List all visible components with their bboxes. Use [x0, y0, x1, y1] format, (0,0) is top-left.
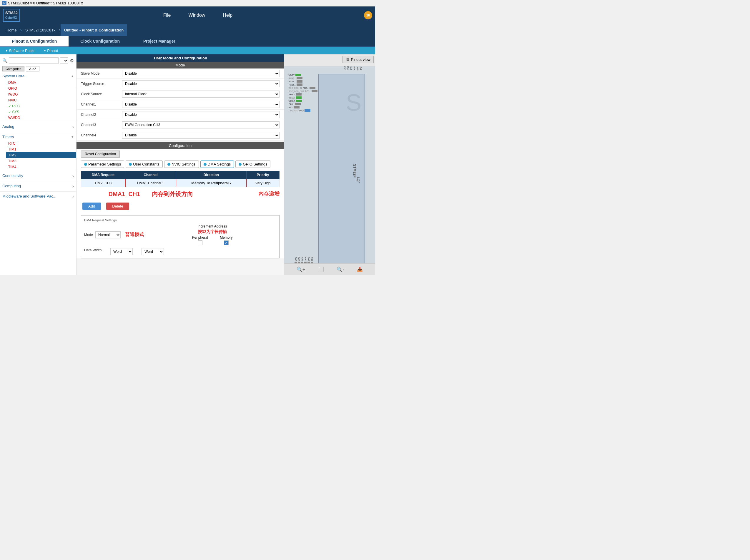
channel3-select-wrap: PWM Generation CH3	[122, 121, 279, 128]
channel2-select-wrap: Disable	[122, 111, 279, 118]
sidebar-item-dma[interactable]: DMA	[6, 80, 76, 86]
add-button[interactable]: Add	[82, 203, 101, 210]
title-bar: M STM32CubeMX Untitled*: STM32F103C8Tx	[0, 0, 375, 6]
tab-nvic-settings[interactable]: NVIC Settings	[164, 161, 199, 168]
bottom-toolbar: 🔍+ ⬜ 🔍- 📤	[284, 263, 375, 275]
pinout-view-label: Pinout view	[351, 57, 371, 62]
sidebar-item-tim3[interactable]: TIM3	[6, 158, 76, 164]
reset-config-button[interactable]: Reset Configuration	[81, 150, 120, 158]
dma-table: DMA Request Channel Direction Priority T…	[81, 171, 279, 187]
sidebar-item-wwdg[interactable]: WWDG	[6, 115, 76, 121]
memory-checkbox[interactable]: ✓	[224, 241, 229, 245]
dma-col-direction: Direction	[176, 171, 246, 179]
sidebar-divider-5	[0, 191, 76, 192]
dot-icon-2	[129, 163, 132, 166]
action-buttons: Add Delete	[77, 200, 284, 213]
tab-parameter-settings[interactable]: Parameter Settings	[81, 161, 124, 168]
sidebar-item-rcc[interactable]: RCC	[6, 103, 76, 109]
chevron-up-icon: ▲	[71, 75, 74, 78]
breadcrumb-chip[interactable]: STM32F103C8Tx	[22, 24, 59, 36]
sub-tab-pinout[interactable]: ▾ Pinout	[44, 48, 58, 53]
search-input[interactable]	[9, 57, 59, 64]
sidebar-item-gpio[interactable]: GPIO	[6, 86, 76, 91]
pin-vdda: VDDA	[289, 100, 318, 102]
dma-col-priority: Priority	[246, 171, 279, 179]
trigger-source-select-wrap: Disable	[122, 80, 279, 87]
cat-tab-categories[interactable]: Categories	[2, 66, 24, 71]
sidebar-item-tim4[interactable]: TIM4	[6, 164, 76, 170]
logo-box: STM32CubeMX	[3, 9, 20, 21]
tab-dma-settings[interactable]: DMA Settings	[200, 161, 234, 168]
gear-icon[interactable]: ⚙	[70, 58, 74, 63]
memory-width-select[interactable]: Word	[141, 248, 164, 255]
clock-source-select[interactable]: Internal Clock	[122, 90, 279, 98]
data-width-label: Data Width	[84, 248, 101, 255]
trigger-source-select[interactable]: Disable	[122, 80, 279, 87]
dma-priority-cell: Very High	[246, 179, 279, 187]
delete-button[interactable]: Delete	[106, 203, 129, 210]
export-button[interactable]: 📤	[357, 267, 363, 272]
channel4-select[interactable]: Disable	[122, 132, 279, 139]
channel1-select[interactable]: Disable	[122, 101, 279, 108]
sub-tab-software[interactable]: ▾ Software Packs	[6, 48, 35, 53]
pin-vdd: VDD	[343, 66, 346, 70]
menu-right: 10	[364, 11, 372, 19]
clock-source-select-wrap: Internal Clock	[122, 90, 279, 98]
breadcrumb-home[interactable]: Home	[3, 24, 20, 36]
sidebar-computing[interactable]: Computing ›	[0, 182, 76, 190]
menu-window[interactable]: Window	[188, 13, 205, 18]
sidebar-timers[interactable]: Timers ▼	[0, 133, 76, 141]
sidebar-divider-3	[0, 171, 76, 171]
pin-pc14: PC14..	[289, 80, 318, 83]
peripheral-width-select[interactable]: Word	[110, 248, 133, 255]
right-panel: 🖥 Pinout view VDD VSS	[284, 55, 375, 275]
menu-help[interactable]: Help	[223, 13, 233, 18]
pin-pd0-rcc: RCC_OSC_IN PD0..	[289, 87, 318, 89]
tab-user-constants[interactable]: User Constants	[126, 161, 163, 168]
channel2-select[interactable]: Disable	[122, 111, 279, 118]
pinout-view-btn[interactable]: 🖥 Pinout view	[342, 56, 374, 63]
sidebar-item-sys[interactable]: SYS	[6, 109, 76, 115]
sidebar-middleware[interactable]: Middleware and Software Pac... ›	[0, 192, 76, 201]
sidebar-divider-1	[0, 122, 76, 122]
pinout-icon: 🖥	[346, 57, 350, 62]
sidebar-analog[interactable]: Analog ›	[0, 123, 76, 131]
sidebar-item-tim1[interactable]: TIM1	[6, 146, 76, 152]
sidebar-item-tim2[interactable]: TIM2	[6, 152, 76, 158]
sidebar-item-nvic[interactable]: NVIC	[6, 97, 76, 103]
tab-gpio-settings[interactable]: GPIO Settings	[235, 161, 271, 168]
config-section: Configuration Reset Configuration Parame…	[77, 142, 284, 258]
dot-icon-4	[204, 163, 206, 166]
sidebar-item-iwdg[interactable]: IWDG	[6, 91, 76, 97]
pin-pd1-rcc: RCC_OSC_OUT PD1..	[289, 90, 318, 92]
slave-mode-select[interactable]: Disable	[122, 70, 279, 77]
dma-settings-title: DMA Request Settings	[84, 219, 276, 222]
peripheral-checkbox[interactable]	[198, 241, 202, 245]
chevron-down-icon: ▾	[6, 49, 7, 52]
sidebar-item-rtc[interactable]: RTC	[6, 141, 76, 146]
annotation-ch1-cn: DMA1_CH1 内存到外设方向	[81, 190, 221, 198]
search-dropdown[interactable]	[60, 57, 68, 64]
dot-icon-3	[167, 163, 170, 166]
sidebar-connectivity[interactable]: Connectivity ›	[0, 172, 76, 180]
breadcrumb-active[interactable]: Untitled - Pinout & Configuration	[61, 24, 127, 36]
sidebar-system-core[interactable]: System Core ▲	[0, 72, 76, 80]
zoom-in-button[interactable]: 🔍+	[297, 267, 305, 272]
frame-button[interactable]: ⬜	[318, 267, 324, 272]
pin-pa1: PA1	[289, 106, 318, 109]
cat-tab-az[interactable]: A->Z	[26, 66, 39, 71]
tab-pinout[interactable]: Pinout & Configuration	[0, 36, 68, 46]
config-header: Configuration	[77, 142, 284, 149]
zoom-out-button[interactable]: 🔍-	[337, 267, 344, 272]
tab-project[interactable]: Project Manager	[132, 36, 187, 46]
search-icon: 🔍	[2, 58, 7, 63]
channel3-select[interactable]: PWM Generation CH3	[122, 121, 279, 128]
tab-clock[interactable]: Clock Configuration	[68, 36, 132, 46]
table-row: TIM2_CH3 DMA1 Channel 1 Memory To Periph…	[81, 179, 279, 187]
data-width-row: Data Width Word Word	[84, 248, 276, 255]
pin-pb7: PB7	[359, 66, 362, 70]
inc-columns: Peripheral Memory ✓	[192, 235, 233, 245]
mode-select[interactable]: Normal	[95, 231, 121, 238]
menu-file[interactable]: File	[163, 13, 171, 18]
pin-pa0: PA0..	[289, 103, 318, 106]
